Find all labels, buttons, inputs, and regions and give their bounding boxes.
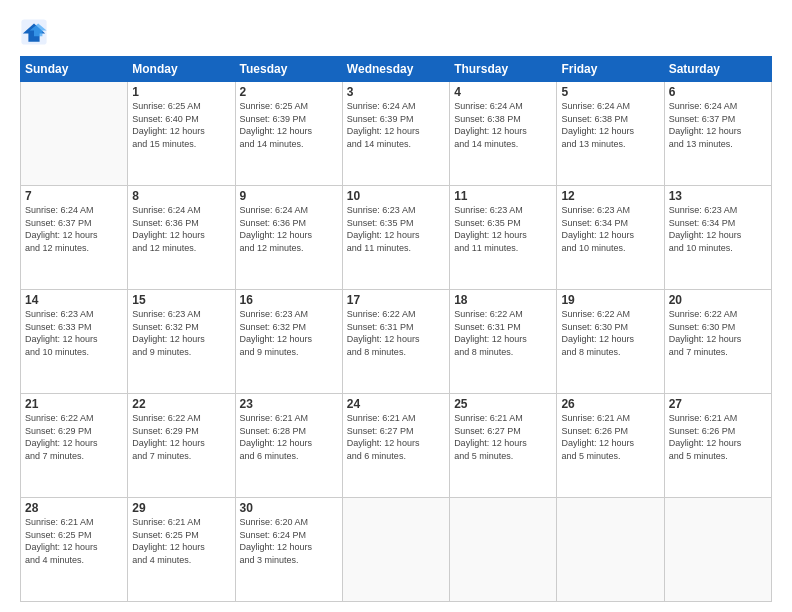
day-number: 7 (25, 189, 123, 203)
day-number: 4 (454, 85, 552, 99)
day-number: 5 (561, 85, 659, 99)
calendar-week-3: 14Sunrise: 6:23 AM Sunset: 6:33 PM Dayli… (21, 290, 772, 394)
calendar-day: 4Sunrise: 6:24 AM Sunset: 6:38 PM Daylig… (450, 82, 557, 186)
calendar-day: 20Sunrise: 6:22 AM Sunset: 6:30 PM Dayli… (664, 290, 771, 394)
day-number: 1 (132, 85, 230, 99)
day-number: 2 (240, 85, 338, 99)
day-info: Sunrise: 6:21 AM Sunset: 6:26 PM Dayligh… (669, 412, 767, 462)
day-number: 22 (132, 397, 230, 411)
calendar-day: 9Sunrise: 6:24 AM Sunset: 6:36 PM Daylig… (235, 186, 342, 290)
day-info: Sunrise: 6:25 AM Sunset: 6:39 PM Dayligh… (240, 100, 338, 150)
calendar-day: 13Sunrise: 6:23 AM Sunset: 6:34 PM Dayli… (664, 186, 771, 290)
calendar-header-friday: Friday (557, 57, 664, 82)
day-info: Sunrise: 6:24 AM Sunset: 6:38 PM Dayligh… (454, 100, 552, 150)
calendar-day: 17Sunrise: 6:22 AM Sunset: 6:31 PM Dayli… (342, 290, 449, 394)
calendar-header-thursday: Thursday (450, 57, 557, 82)
day-number: 17 (347, 293, 445, 307)
day-number: 28 (25, 501, 123, 515)
calendar-day (342, 498, 449, 602)
page: SundayMondayTuesdayWednesdayThursdayFrid… (0, 0, 792, 612)
calendar-day: 14Sunrise: 6:23 AM Sunset: 6:33 PM Dayli… (21, 290, 128, 394)
calendar-week-1: 1Sunrise: 6:25 AM Sunset: 6:40 PM Daylig… (21, 82, 772, 186)
day-number: 30 (240, 501, 338, 515)
calendar-day: 29Sunrise: 6:21 AM Sunset: 6:25 PM Dayli… (128, 498, 235, 602)
calendar-day: 22Sunrise: 6:22 AM Sunset: 6:29 PM Dayli… (128, 394, 235, 498)
day-info: Sunrise: 6:21 AM Sunset: 6:27 PM Dayligh… (347, 412, 445, 462)
day-number: 15 (132, 293, 230, 307)
calendar-day: 12Sunrise: 6:23 AM Sunset: 6:34 PM Dayli… (557, 186, 664, 290)
day-info: Sunrise: 6:21 AM Sunset: 6:28 PM Dayligh… (240, 412, 338, 462)
calendar-header-wednesday: Wednesday (342, 57, 449, 82)
day-info: Sunrise: 6:24 AM Sunset: 6:39 PM Dayligh… (347, 100, 445, 150)
day-number: 6 (669, 85, 767, 99)
day-number: 27 (669, 397, 767, 411)
day-info: Sunrise: 6:24 AM Sunset: 6:37 PM Dayligh… (669, 100, 767, 150)
day-info: Sunrise: 6:24 AM Sunset: 6:36 PM Dayligh… (240, 204, 338, 254)
day-number: 23 (240, 397, 338, 411)
day-number: 11 (454, 189, 552, 203)
calendar-header-saturday: Saturday (664, 57, 771, 82)
day-number: 29 (132, 501, 230, 515)
day-info: Sunrise: 6:21 AM Sunset: 6:25 PM Dayligh… (25, 516, 123, 566)
calendar-day: 5Sunrise: 6:24 AM Sunset: 6:38 PM Daylig… (557, 82, 664, 186)
calendar-day: 8Sunrise: 6:24 AM Sunset: 6:36 PM Daylig… (128, 186, 235, 290)
day-number: 13 (669, 189, 767, 203)
day-info: Sunrise: 6:23 AM Sunset: 6:32 PM Dayligh… (132, 308, 230, 358)
day-number: 12 (561, 189, 659, 203)
day-info: Sunrise: 6:22 AM Sunset: 6:31 PM Dayligh… (347, 308, 445, 358)
calendar-header-monday: Monday (128, 57, 235, 82)
day-info: Sunrise: 6:22 AM Sunset: 6:29 PM Dayligh… (132, 412, 230, 462)
day-number: 25 (454, 397, 552, 411)
day-number: 19 (561, 293, 659, 307)
calendar-day: 7Sunrise: 6:24 AM Sunset: 6:37 PM Daylig… (21, 186, 128, 290)
calendar-day (664, 498, 771, 602)
day-number: 10 (347, 189, 445, 203)
calendar-day: 26Sunrise: 6:21 AM Sunset: 6:26 PM Dayli… (557, 394, 664, 498)
day-info: Sunrise: 6:22 AM Sunset: 6:29 PM Dayligh… (25, 412, 123, 462)
calendar-day: 27Sunrise: 6:21 AM Sunset: 6:26 PM Dayli… (664, 394, 771, 498)
calendar-day: 11Sunrise: 6:23 AM Sunset: 6:35 PM Dayli… (450, 186, 557, 290)
day-info: Sunrise: 6:20 AM Sunset: 6:24 PM Dayligh… (240, 516, 338, 566)
calendar-week-5: 28Sunrise: 6:21 AM Sunset: 6:25 PM Dayli… (21, 498, 772, 602)
calendar-day (21, 82, 128, 186)
day-info: Sunrise: 6:23 AM Sunset: 6:32 PM Dayligh… (240, 308, 338, 358)
calendar-header-row: SundayMondayTuesdayWednesdayThursdayFrid… (21, 57, 772, 82)
calendar-day: 2Sunrise: 6:25 AM Sunset: 6:39 PM Daylig… (235, 82, 342, 186)
calendar-header-tuesday: Tuesday (235, 57, 342, 82)
day-info: Sunrise: 6:23 AM Sunset: 6:34 PM Dayligh… (669, 204, 767, 254)
day-number: 9 (240, 189, 338, 203)
calendar-day: 28Sunrise: 6:21 AM Sunset: 6:25 PM Dayli… (21, 498, 128, 602)
day-info: Sunrise: 6:24 AM Sunset: 6:36 PM Dayligh… (132, 204, 230, 254)
calendar-day (557, 498, 664, 602)
calendar-day: 30Sunrise: 6:20 AM Sunset: 6:24 PM Dayli… (235, 498, 342, 602)
calendar-day: 15Sunrise: 6:23 AM Sunset: 6:32 PM Dayli… (128, 290, 235, 394)
calendar-day: 18Sunrise: 6:22 AM Sunset: 6:31 PM Dayli… (450, 290, 557, 394)
calendar-day: 21Sunrise: 6:22 AM Sunset: 6:29 PM Dayli… (21, 394, 128, 498)
day-info: Sunrise: 6:23 AM Sunset: 6:35 PM Dayligh… (454, 204, 552, 254)
day-info: Sunrise: 6:24 AM Sunset: 6:38 PM Dayligh… (561, 100, 659, 150)
day-info: Sunrise: 6:21 AM Sunset: 6:25 PM Dayligh… (132, 516, 230, 566)
calendar-day: 6Sunrise: 6:24 AM Sunset: 6:37 PM Daylig… (664, 82, 771, 186)
calendar-day: 3Sunrise: 6:24 AM Sunset: 6:39 PM Daylig… (342, 82, 449, 186)
logo-icon (20, 18, 48, 46)
calendar-week-2: 7Sunrise: 6:24 AM Sunset: 6:37 PM Daylig… (21, 186, 772, 290)
day-number: 24 (347, 397, 445, 411)
day-info: Sunrise: 6:24 AM Sunset: 6:37 PM Dayligh… (25, 204, 123, 254)
calendar-day: 24Sunrise: 6:21 AM Sunset: 6:27 PM Dayli… (342, 394, 449, 498)
day-info: Sunrise: 6:25 AM Sunset: 6:40 PM Dayligh… (132, 100, 230, 150)
calendar-header-sunday: Sunday (21, 57, 128, 82)
day-number: 20 (669, 293, 767, 307)
day-info: Sunrise: 6:22 AM Sunset: 6:30 PM Dayligh… (561, 308, 659, 358)
logo (20, 18, 52, 46)
calendar-day: 19Sunrise: 6:22 AM Sunset: 6:30 PM Dayli… (557, 290, 664, 394)
day-number: 18 (454, 293, 552, 307)
day-info: Sunrise: 6:23 AM Sunset: 6:33 PM Dayligh… (25, 308, 123, 358)
day-number: 16 (240, 293, 338, 307)
calendar-day: 10Sunrise: 6:23 AM Sunset: 6:35 PM Dayli… (342, 186, 449, 290)
calendar-table: SundayMondayTuesdayWednesdayThursdayFrid… (20, 56, 772, 602)
day-number: 26 (561, 397, 659, 411)
day-number: 8 (132, 189, 230, 203)
calendar-week-4: 21Sunrise: 6:22 AM Sunset: 6:29 PM Dayli… (21, 394, 772, 498)
day-info: Sunrise: 6:23 AM Sunset: 6:34 PM Dayligh… (561, 204, 659, 254)
day-info: Sunrise: 6:21 AM Sunset: 6:27 PM Dayligh… (454, 412, 552, 462)
